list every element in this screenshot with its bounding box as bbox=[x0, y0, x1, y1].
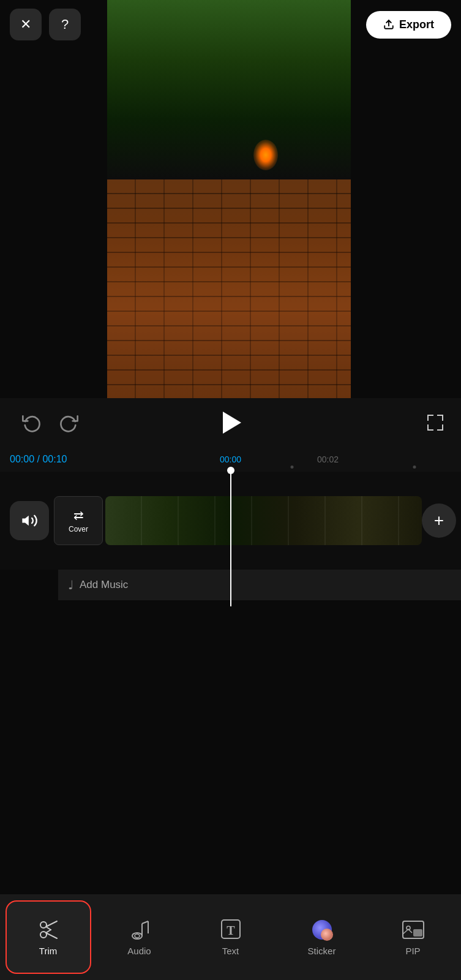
svg-text:T: T bbox=[227, 924, 235, 937]
playback-controls bbox=[0, 398, 461, 447]
svg-line-5 bbox=[46, 933, 57, 938]
current-time: 00:00 bbox=[10, 454, 34, 464]
export-button[interactable]: Export bbox=[366, 11, 451, 39]
svg-line-4 bbox=[46, 921, 57, 927]
add-clip-button[interactable]: + bbox=[422, 503, 456, 538]
text-icon: T bbox=[220, 919, 242, 941]
pip-tool[interactable]: PIP bbox=[370, 900, 456, 974]
play-icon bbox=[223, 412, 241, 434]
volume-icon bbox=[21, 512, 38, 529]
text-label: Text bbox=[222, 946, 239, 956]
text-tool[interactable]: T Text bbox=[188, 900, 274, 974]
fullscreen-icon bbox=[427, 415, 443, 431]
pip-icon bbox=[402, 919, 424, 941]
time-display: 00:00 / 00:10 bbox=[10, 454, 67, 465]
export-label: Export bbox=[399, 18, 434, 31]
play-button[interactable] bbox=[215, 407, 247, 439]
help-button[interactable]: ? bbox=[49, 9, 81, 40]
export-icon bbox=[383, 19, 394, 30]
undo-button[interactable] bbox=[18, 409, 45, 436]
audio-icon bbox=[129, 919, 151, 941]
cover-clip[interactable]: ⇄ Cover bbox=[54, 496, 103, 545]
trim-tool[interactable]: Trim bbox=[6, 900, 91, 974]
svg-line-11 bbox=[142, 921, 148, 924]
timeline-mid-marker: 00:02 bbox=[317, 454, 339, 464]
add-music-row[interactable]: ♩ Add Music bbox=[58, 570, 461, 600]
svg-point-9 bbox=[135, 934, 140, 938]
redo-icon bbox=[59, 413, 78, 432]
cover-label: Cover bbox=[69, 525, 88, 533]
svg-marker-1 bbox=[22, 516, 29, 526]
svg-point-16 bbox=[321, 929, 333, 941]
timeline-dot-2 bbox=[413, 466, 416, 469]
pip-label: PIP bbox=[405, 946, 420, 956]
svg-rect-18 bbox=[413, 929, 422, 937]
timeline-dot-1 bbox=[290, 466, 293, 469]
video-track[interactable] bbox=[105, 496, 422, 545]
header: ✕ ? Export bbox=[0, 0, 461, 49]
video-preview bbox=[107, 0, 351, 398]
cover-swap-icon: ⇄ bbox=[73, 508, 84, 522]
svg-line-7 bbox=[46, 930, 51, 933]
redo-button[interactable] bbox=[55, 409, 82, 436]
close-button[interactable]: ✕ bbox=[10, 9, 42, 40]
playhead bbox=[230, 472, 231, 606]
trim-label: Trim bbox=[39, 946, 57, 956]
fullscreen-button[interactable] bbox=[422, 409, 449, 436]
trim-icon bbox=[37, 919, 59, 941]
undo-icon bbox=[22, 413, 42, 432]
sticker-label: Sticker bbox=[308, 946, 336, 956]
sticker-tool[interactable]: Sticker bbox=[279, 900, 365, 974]
track-container: ⇄ Cover + bbox=[54, 493, 461, 548]
timeline-start-marker: 00:00 bbox=[220, 454, 241, 464]
sticker-icon bbox=[311, 919, 333, 941]
music-note-icon: ♩ bbox=[68, 578, 73, 592]
video-canvas bbox=[107, 0, 351, 398]
add-music-label: Add Music bbox=[80, 579, 128, 591]
svg-line-6 bbox=[46, 927, 51, 930]
header-left-controls: ✕ ? bbox=[10, 9, 81, 40]
total-time: 00:10 bbox=[42, 454, 67, 464]
audio-tool[interactable]: Audio bbox=[97, 900, 182, 974]
audio-label: Audio bbox=[127, 946, 151, 956]
audio-volume-button[interactable] bbox=[10, 501, 49, 540]
bottom-toolbar: Trim Audio T Text bbox=[0, 894, 461, 980]
